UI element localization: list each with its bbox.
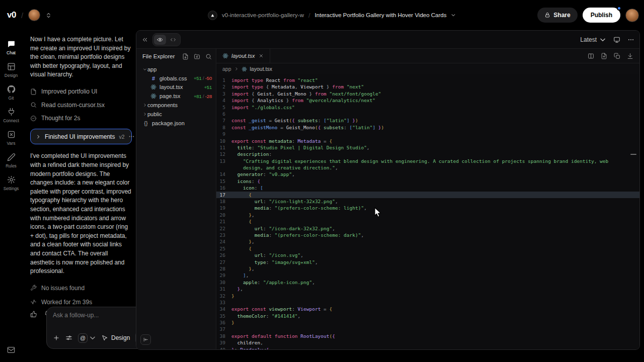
code-line[interactable]: 27 type: "image/svg+xml",: [216, 259, 639, 265]
task-card-finished-ui-improvements[interactable]: Finished UI improvements v2: [30, 129, 132, 144]
code-line[interactable]: 34 export const viewport: Viewport = {: [216, 306, 639, 312]
line-number: 40: [216, 346, 231, 349]
code-line[interactable]: 40 }: Readonly<{: [216, 346, 639, 349]
mention-source-picker[interactable]: @: [78, 333, 96, 343]
code-line[interactable]: 5 import "./globals.css": [216, 104, 639, 111]
design-mode-button[interactable]: Design: [102, 334, 130, 341]
mail-icon[interactable]: [7, 346, 15, 362]
code-line[interactable]: 7 const _geist = Geist({ subsets: ["lati…: [216, 117, 639, 124]
settings-sliders-icon[interactable]: [65, 334, 72, 341]
code-line[interactable]: 10 export const metadata: Metadata = {: [216, 138, 639, 144]
agent-step-label: Thought for 2s: [41, 115, 80, 122]
file-tree-item-app[interactable]: app: [136, 65, 216, 74]
code-line[interactable]: 28 },: [216, 265, 639, 272]
code-line[interactable]: 2 import type { Metadata, Viewport } fro…: [216, 83, 639, 90]
sidebar-item-design[interactable]: Design: [0, 59, 22, 81]
sidebar-item-chat[interactable]: Chat: [0, 36, 22, 59]
copy-icon[interactable]: [614, 53, 620, 59]
code-line[interactable]: 37: [216, 326, 639, 332]
code-line[interactable]: 22 url: "/icon-dark-32x32.png",: [216, 225, 639, 232]
version-selector[interactable]: Latest: [580, 36, 606, 43]
chevron-down-icon[interactable]: [451, 13, 456, 18]
user-avatar[interactable]: [625, 9, 639, 22]
sidebar-item-connect[interactable]: Connect: [0, 104, 22, 127]
code-line[interactable]: 14 generator: "v0.app",: [216, 171, 639, 177]
code-line[interactable]: 9: [216, 131, 639, 137]
line-number: 7: [216, 117, 231, 124]
diff-stats: +51 / -50: [194, 75, 212, 81]
share-button[interactable]: Share: [537, 8, 577, 23]
agent-step[interactable]: Read custom-cursor.tsx: [30, 98, 132, 112]
file-tree-item-globals.css[interactable]: #globals.css+51 / -50: [136, 74, 216, 83]
code-line[interactable]: 30 apple: "/apple-icon.png",: [216, 279, 639, 286]
code-line[interactable]: 26 url: "/icon.svg",: [216, 252, 639, 258]
code-line[interactable]: 33: [216, 299, 639, 306]
code-line[interactable]: 20 },: [216, 212, 639, 218]
code-line[interactable]: 18 url: "/icon-light-32x32.png",: [216, 198, 639, 205]
code-line[interactable]: 38 export default function RootLayout({: [216, 333, 639, 339]
sidebar-item-rules[interactable]: Rules: [0, 149, 22, 172]
file-tree-item-components[interactable]: components: [136, 101, 216, 110]
sidebar-item-git[interactable]: Git: [0, 81, 22, 104]
file-tree-item-package.json[interactable]: {}package.json: [136, 119, 216, 128]
vercel-project-icon[interactable]: [208, 11, 217, 20]
code-line[interactable]: 36 }: [216, 319, 639, 326]
agent-step[interactable]: Thought for 2s: [30, 112, 132, 125]
code-line[interactable]: 31 },: [216, 286, 639, 292]
code-line[interactable]: design, and creative direction.",: [216, 164, 639, 171]
agent-step[interactable]: Improved portfolio UI: [30, 85, 132, 99]
device-preview-icon[interactable]: [613, 36, 620, 43]
file-tree-item-page.tsx[interactable]: page.tsx+81 / -28: [136, 92, 216, 101]
download-icon[interactable]: [627, 53, 633, 59]
preview-toggle-button[interactable]: [154, 35, 166, 45]
code-line[interactable]: 24 },: [216, 238, 639, 245]
breadcrumb-folder[interactable]: app: [222, 66, 231, 72]
more-options-icon[interactable]: [627, 36, 634, 43]
tab-label: layout.tsx: [231, 53, 255, 59]
code-line[interactable]: 8 const _geistMono = Geist_Mono({ subset…: [216, 124, 639, 131]
breadcrumb-chat-title[interactable]: Interactive Portfolio Gallery with Hover…: [315, 12, 447, 18]
code-line[interactable]: 29 ],: [216, 272, 639, 279]
file-tree-item-public[interactable]: public: [136, 110, 216, 119]
search-icon[interactable]: [205, 53, 212, 60]
follow-up-input[interactable]: [53, 312, 147, 325]
team-switcher-caret-icon[interactable]: [45, 12, 52, 19]
code-line[interactable]: 12 description:: [216, 151, 639, 157]
code-line[interactable]: 23 media: "(prefers-color-scheme: dark)"…: [216, 232, 639, 238]
code-line[interactable]: 16 icon: [: [216, 185, 639, 191]
split-icon[interactable]: [588, 53, 594, 59]
code-area[interactable]: 1 import type React from "react" 2 impor…: [216, 74, 639, 349]
code-line[interactable]: 35 themeColor: "#141414",: [216, 313, 639, 319]
new-folder-icon[interactable]: [194, 53, 200, 60]
code-line[interactable]: 19 media: "(prefers-color-scheme: light)…: [216, 205, 639, 211]
code-line[interactable]: 13 "Crafting digital experiences that bl…: [216, 158, 639, 164]
code-line[interactable]: 15 icons: {: [216, 178, 639, 185]
thumbs-up-button[interactable]: [30, 311, 37, 318]
publish-button[interactable]: Publish: [583, 8, 620, 23]
breadcrumb-file[interactable]: layout.tsx: [250, 66, 272, 72]
more-options-icon[interactable]: [128, 133, 135, 140]
tab-layout-tsx[interactable]: layout.tsx: [216, 49, 270, 63]
file-tree-item-layout.tsx[interactable]: layout.tsx+51: [136, 83, 216, 92]
code-line[interactable]: 11 title: "Studio Pixel | Digital Design…: [216, 144, 639, 151]
close-icon[interactable]: [259, 53, 264, 58]
code-line[interactable]: 21 {: [216, 218, 639, 225]
chevrons-left-icon[interactable]: [141, 36, 148, 43]
code-line[interactable]: 4 import { Analytics } from "@vercel/ana…: [216, 97, 639, 104]
add-attachment-icon[interactable]: [53, 334, 60, 341]
code-line[interactable]: 6: [216, 111, 639, 117]
code-line[interactable]: 32 }: [216, 293, 639, 299]
code-line[interactable]: 17 {: [216, 192, 639, 198]
sidebar-item-vars[interactable]: Vars: [0, 127, 22, 149]
new-file-icon[interactable]: [182, 53, 189, 60]
code-line[interactable]: 39 children,: [216, 339, 639, 346]
collapse-sidebar-button[interactable]: [140, 334, 151, 345]
team-avatar[interactable]: [28, 9, 40, 21]
breadcrumb-project[interactable]: v0-interactive-portfolio-gallery-w: [222, 12, 304, 18]
code-line[interactable]: 3 import { Geist, Geist_Mono } from "nex…: [216, 90, 639, 97]
sidebar-item-settings[interactable]: Settings: [0, 172, 22, 195]
code-toggle-button[interactable]: [167, 35, 179, 45]
code-line[interactable]: 25 {: [216, 245, 639, 252]
code-line[interactable]: 1 import type React from "react": [216, 77, 639, 83]
diff-file-icon[interactable]: [601, 53, 607, 59]
